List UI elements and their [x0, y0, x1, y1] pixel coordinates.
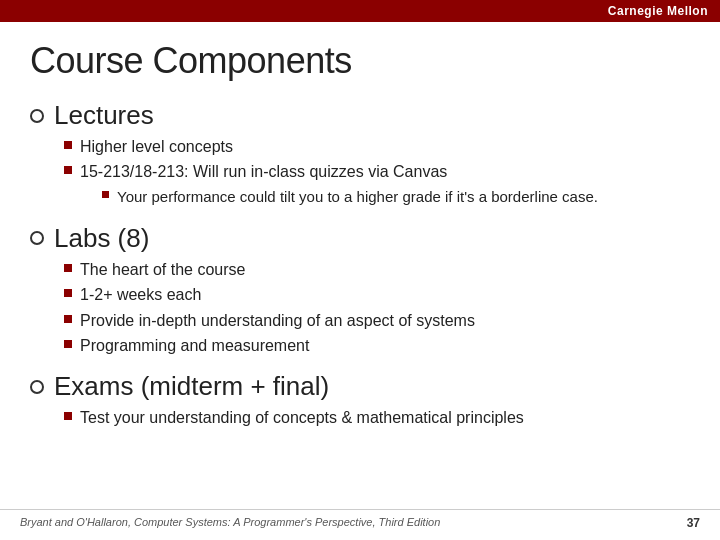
- lectures-item-2: 15-213/18-213: Will run in-class quizzes…: [80, 163, 447, 180]
- labs-item-2: 1-2+ weeks each: [80, 284, 201, 306]
- section-labs-header: Labs (8): [30, 223, 690, 254]
- list-item: 15-213/18-213: Will run in-class quizzes…: [64, 161, 690, 208]
- subsub-bullet: [102, 191, 109, 198]
- list-item: Programming and measurement: [64, 335, 690, 357]
- labs-item-3: Provide in-depth understanding of an asp…: [80, 310, 475, 332]
- main-content: Course Components Lectures Higher level …: [0, 22, 720, 458]
- list-item: 1-2+ weeks each: [64, 284, 690, 306]
- exams-items: Test your understanding of concepts & ma…: [30, 407, 690, 429]
- lectures-item-1: Higher level concepts: [80, 136, 233, 158]
- section-lectures-title: Lectures: [54, 100, 154, 131]
- page-title: Course Components: [30, 40, 690, 82]
- section-exams-header: Exams (midterm + final): [30, 371, 690, 402]
- bullet-circle-exams: [30, 380, 44, 394]
- section-lectures-header: Lectures: [30, 100, 690, 131]
- lectures-items: Higher level concepts 15-213/18-213: Wil…: [30, 136, 690, 209]
- section-labs-title: Labs (8): [54, 223, 149, 254]
- list-item: Higher level concepts: [64, 136, 690, 158]
- sub-bullet: [64, 166, 72, 174]
- sub-bullet: [64, 289, 72, 297]
- footer-citation: Bryant and O'Hallaron, Computer Systems:…: [20, 516, 440, 530]
- carnegie-mellon-logo: Carnegie Mellon: [608, 4, 708, 18]
- lectures-item-2-container: 15-213/18-213: Will run in-class quizzes…: [80, 161, 598, 208]
- list-item: Provide in-depth understanding of an asp…: [64, 310, 690, 332]
- lectures-subitems: Your performance could tilt you to a hig…: [80, 186, 598, 207]
- lectures-subitem-1: Your performance could tilt you to a hig…: [117, 186, 598, 207]
- labs-item-4: Programming and measurement: [80, 335, 309, 357]
- exams-item-1: Test your understanding of concepts & ma…: [80, 407, 524, 429]
- labs-items: The heart of the course 1-2+ weeks each …: [30, 259, 690, 358]
- section-lectures: Lectures Higher level concepts 15-213/18…: [30, 100, 690, 209]
- list-item: Test your understanding of concepts & ma…: [64, 407, 690, 429]
- top-bar: Carnegie Mellon: [0, 0, 720, 22]
- sub-bullet: [64, 412, 72, 420]
- section-labs: Labs (8) The heart of the course 1-2+ we…: [30, 223, 690, 358]
- bullet-circle-lectures: [30, 109, 44, 123]
- labs-item-1: The heart of the course: [80, 259, 245, 281]
- list-item: Your performance could tilt you to a hig…: [102, 186, 598, 207]
- footer: Bryant and O'Hallaron, Computer Systems:…: [0, 509, 720, 530]
- bullet-circle-labs: [30, 231, 44, 245]
- sub-bullet: [64, 315, 72, 323]
- section-exams: Exams (midterm + final) Test your unders…: [30, 371, 690, 429]
- section-exams-title: Exams (midterm + final): [54, 371, 329, 402]
- sub-bullet: [64, 141, 72, 149]
- list-item: The heart of the course: [64, 259, 690, 281]
- footer-page-number: 37: [687, 516, 700, 530]
- sub-bullet: [64, 340, 72, 348]
- sub-bullet: [64, 264, 72, 272]
